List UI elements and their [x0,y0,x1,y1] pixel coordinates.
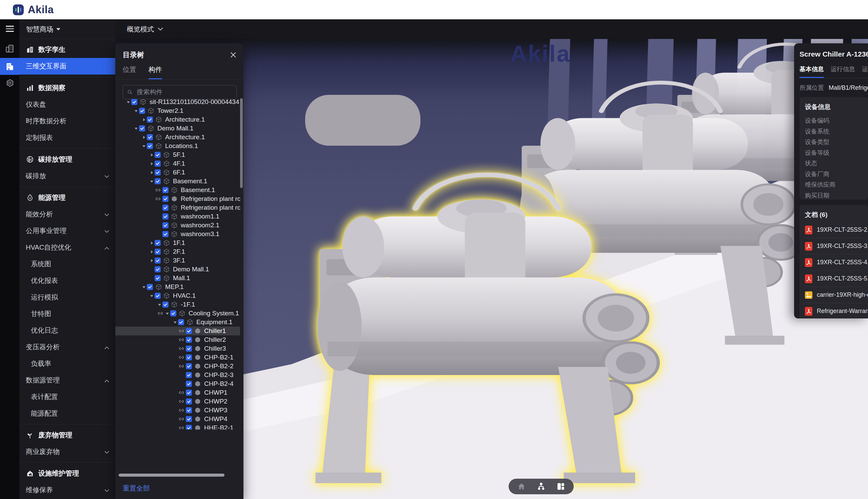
tree-node-Refrigeration plant roo[interactable]: Refrigeration plant roo [115,194,240,203]
tree-checkbox[interactable] [155,293,161,299]
tree-checkbox[interactable] [186,381,192,387]
tree-node-washroom2.1[interactable]: washroom2.1 [115,221,240,230]
tree-node-Architecture.1[interactable]: Architecture.1 [115,115,240,124]
tree-checkbox[interactable] [155,275,161,281]
reset-all-button[interactable]: 重置全部 [123,484,150,493]
tree-node-Locations.1[interactable]: Locations.1 [115,142,240,150]
tree-checkbox[interactable] [186,328,192,334]
close-icon[interactable] [230,51,237,58]
tree-checkbox[interactable] [155,249,161,255]
caret-expanded-icon[interactable] [173,320,177,324]
tree-checkbox[interactable] [147,143,153,149]
tree-node-Chiller1[interactable]: Chiller1 [115,327,240,336]
caret-expanded-icon[interactable] [134,109,138,113]
sidebar-item-负载率[interactable]: 负载率 [19,355,115,372]
sidebar-item-表计配置[interactable]: 表计配置 [19,389,115,405]
tree-checkbox[interactable] [147,134,153,140]
tree-checkbox[interactable] [155,178,161,184]
tree-checkbox[interactable] [155,169,161,175]
sidebar-item-时序数据分析[interactable]: 时序数据分析 [19,113,115,130]
tree-node-CHWP1[interactable]: CHWP1 [115,388,240,397]
tree-node-Architecture.1[interactable]: Architecture.1 [115,133,240,142]
tree-checkbox[interactable] [163,302,168,308]
sidebar-item-能源管理[interactable]: 能源管理 [19,190,115,206]
workspace-selector[interactable]: 智慧商场 [26,19,60,39]
tree-node-Basement.1[interactable]: Basement.1 [115,177,240,186]
tree-node-CHWP2[interactable]: CHWP2 [115,397,240,406]
rail-3d-building-icon[interactable] [0,58,19,75]
caret-expanded-icon[interactable] [142,285,146,289]
tree-node-Basement.1[interactable]: Basement.1 [115,186,240,194]
tree-checkbox[interactable] [186,425,192,429]
home-view-icon[interactable] [515,480,528,493]
caret-collapsed-icon[interactable] [142,135,146,139]
tree-node-CHP-B2-1[interactable]: CHP-B2-1 [115,353,240,362]
caret-expanded-icon[interactable] [142,144,146,148]
tree-node-MEP.1[interactable]: MEP.1 [115,282,240,291]
document-row[interactable]: 19XR-CLT-25SS-2.p [805,222,863,238]
view-mode-selector[interactable]: 概览模式 [127,19,163,39]
tree-checkbox[interactable] [155,257,161,264]
caret-expanded-icon[interactable] [165,312,169,315]
tree-checkbox[interactable] [147,284,153,290]
tab-location[interactable]: 位置 [123,65,136,79]
tree-node-Refrigeration plant roo[interactable]: Refrigeration plant roo [115,203,240,212]
tree-node-Chiller3[interactable]: Chiller3 [115,344,240,353]
sidebar-item-碳排放[interactable]: 碳排放 [19,168,115,184]
caret-collapsed-icon[interactable] [150,153,154,157]
tree-checkbox[interactable] [139,125,145,132]
layout-grid-icon[interactable] [554,480,568,493]
sidebar-item-数据源管理[interactable]: 数据源管理 [19,372,115,389]
tree-node--1F.1[interactable]: -1F.1 [115,300,240,309]
caret-expanded-icon[interactable] [158,303,162,307]
tree-checkbox[interactable] [163,205,168,211]
tree-node-Demo Mall.1[interactable]: Demo Mall.1 [115,265,240,274]
tree-checkbox[interactable] [131,99,137,105]
tree-node-Tower2.1[interactable]: Tower2.1 [115,106,240,115]
tree-checkbox[interactable] [155,266,161,272]
sidebar-item-能源配置[interactable]: 能源配置 [19,405,115,422]
caret-expanded-icon[interactable] [134,127,138,131]
menu-icon[interactable] [6,26,14,32]
tree-node-Mall.1[interactable]: Mall.1 [115,274,240,282]
tree-checkbox[interactable] [186,354,192,361]
rail-settings-icon[interactable] [0,74,19,92]
sidebar-item-系统图[interactable]: 系统图 [19,256,115,272]
tab-runtime-info[interactable]: 运行信息 [831,65,855,78]
tree-node-washroom3.1[interactable]: washroom3.1 [115,230,240,239]
tree-node-sit-R1132101105020-00004434[interactable]: sit-R1132101105020-00004434 [115,98,240,106]
tree-node-Demo Mall.1[interactable]: Demo Mall.1 [115,124,240,133]
sidebar-item-优化报表[interactable]: 优化报表 [19,272,115,289]
tree-node-HHE-B2-1[interactable]: HHE-B2-1 [115,424,240,429]
tree-node-Equipment.1[interactable]: Equipment.1 [115,318,240,327]
tree-node-HVAC.1[interactable]: HVAC.1 [115,291,240,300]
tree-node-washroom1.1[interactable]: washroom1.1 [115,212,240,221]
sidebar-item-能效分析[interactable]: 能效分析 [19,206,115,222]
tree-checkbox[interactable] [186,407,192,413]
tree-node-Chiller2[interactable]: Chiller2 [115,336,240,344]
tree-vertical-scrollbar[interactable] [240,98,243,464]
tree-checkbox[interactable] [163,196,168,202]
sidebar-item-设施维护管理[interactable]: 设施维护管理 [19,465,115,482]
tree-node-4F.1[interactable]: 4F.1 [115,159,240,168]
hierarchy-tree-icon[interactable] [534,480,548,493]
tree-node-CHP-B2-3[interactable]: CHP-B2-3 [115,370,240,379]
tree-checkbox[interactable] [155,161,161,167]
tree-node-CHWP3[interactable]: CHWP3 [115,406,240,415]
tree-node-3F.1[interactable]: 3F.1 [115,256,240,265]
tree-node-CHP-B2-2[interactable]: CHP-B2-2 [115,362,240,370]
caret-collapsed-icon[interactable] [150,171,154,174]
search-input[interactable] [136,88,232,96]
tree-checkbox[interactable] [163,214,168,220]
sidebar-item-运行模拟[interactable]: 运行模拟 [19,289,115,306]
sidebar-item-仪表盘[interactable]: 仪表盘 [19,96,115,113]
tree-node-2F.1[interactable]: 2F.1 [115,247,240,256]
caret-collapsed-icon[interactable] [150,241,154,245]
sidebar-item-甘特图[interactable]: 甘特图 [19,306,115,322]
tree-checkbox[interactable] [147,117,153,123]
sidebar-item-优化日志[interactable]: 优化日志 [19,322,115,339]
sidebar-item-数据洞察[interactable]: 数据洞察 [19,80,115,96]
sidebar-item-三维交互界面[interactable]: 三维交互界面 [19,58,115,74]
caret-expanded-icon[interactable] [127,100,130,104]
document-row[interactable]: 19XR-CLT-25SS-5.p [805,270,863,287]
